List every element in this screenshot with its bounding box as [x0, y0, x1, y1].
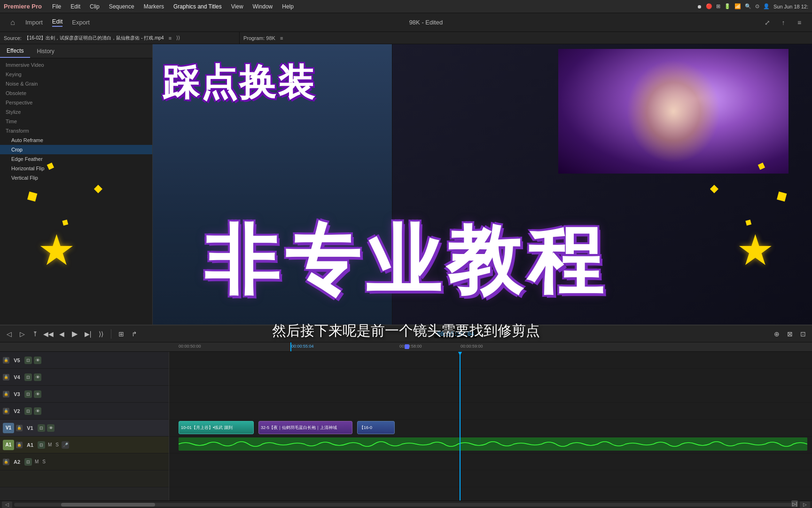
- search-menu-icon[interactable]: 🔍: [745, 3, 751, 9]
- system-icons: ⏺ 🔴 ⊞ 🔋 📶 🔍 ⊙ 👤 Sun Jun 18 12:: [697, 3, 808, 9]
- a2-lock[interactable]: 🔒: [3, 459, 9, 465]
- effect-auto-reframe[interactable]: Auto Reframe: [0, 135, 152, 145]
- menu-sequence[interactable]: Sequence: [104, 2, 139, 11]
- effect-noise[interactable]: Noise & Grain: [0, 79, 152, 88]
- tl-cursor[interactable]: ↱: [129, 329, 140, 339]
- tl-mark-out[interactable]: ▷: [17, 329, 27, 339]
- a2-s[interactable]: S: [41, 459, 47, 464]
- v4-sync[interactable]: ⊡: [24, 373, 32, 381]
- control-center-icon[interactable]: ⊙: [755, 3, 759, 9]
- v1-sync[interactable]: ⊡: [38, 424, 45, 432]
- v1-lock[interactable]: 🔒: [16, 425, 23, 431]
- share-icon: 🔴: [706, 3, 712, 9]
- v4-eye[interactable]: 👁: [34, 373, 41, 381]
- ruler-time-1: 00:00:50:00: [179, 344, 201, 349]
- effect-time[interactable]: Time: [0, 117, 152, 126]
- v3-sync[interactable]: ⊡: [24, 390, 32, 398]
- waveform-a1: [179, 437, 807, 451]
- menu-file[interactable]: File: [47, 2, 66, 11]
- scrollbar-track[interactable]: [14, 503, 798, 507]
- share-toolbar-icon[interactable]: ↑: [778, 17, 789, 28]
- a1-s[interactable]: S: [55, 442, 60, 447]
- home-icon[interactable]: ⌂: [8, 17, 18, 28]
- program-inset: [558, 49, 789, 174]
- source-file: 【16-02】出剑，试探彦彦证明自己的清白，鼠仙救彦佑 - 打戏.mp4: [24, 35, 164, 41]
- maximize-icon[interactable]: ⤢: [762, 17, 773, 28]
- v5-lock[interactable]: 🔒: [3, 357, 9, 364]
- clip-label-3: 【16-0: [359, 425, 372, 431]
- a1-target[interactable]: A1: [3, 440, 14, 450]
- a2-m[interactable]: M: [34, 459, 39, 464]
- effects-tab[interactable]: Effects: [0, 44, 30, 58]
- menu-edit[interactable]: Edit: [66, 2, 85, 11]
- clip-v1-2[interactable]: 32-5【夜｜仙鹤羽毛蓝白长袍｜上清神域: [258, 421, 352, 434]
- scrollbar-thumb[interactable]: [61, 503, 155, 507]
- zoom-end-btn[interactable]: ▷|: [791, 500, 798, 507]
- panel-tabs: Effects History: [0, 44, 152, 58]
- v2-lock[interactable]: 🔒: [3, 408, 9, 414]
- effect-obsolete[interactable]: Obsolete: [0, 88, 152, 98]
- v1-eye[interactable]: 👁: [47, 424, 55, 432]
- v5-eye[interactable]: 👁: [34, 357, 41, 364]
- character-glow: [626, 60, 720, 163]
- tl-play[interactable]: ▶: [70, 329, 80, 339]
- tl-back1[interactable]: ◀: [56, 329, 67, 339]
- scroll-left-btn[interactable]: ◁: [2, 501, 12, 508]
- source-expand-icon[interactable]: ⟩⟩: [176, 35, 180, 41]
- menu-graphics[interactable]: Graphics and Titles: [169, 2, 226, 11]
- toolbar-right: ⤢ ↑ ≡: [762, 17, 804, 28]
- track-clip-area[interactable]: 10-01【月上谷】•练武 踢到 32-5【夜｜仙鹤羽毛蓝白长袍｜上清神域 【1…: [169, 352, 812, 500]
- v4-lock[interactable]: 🔒: [3, 374, 9, 381]
- menu-clip[interactable]: Clip: [85, 2, 104, 11]
- tl-lift[interactable]: ⤒: [30, 329, 40, 339]
- timeline-scrollbar[interactable]: ◁ ▷ ▷|: [0, 500, 812, 508]
- tl-back-frame[interactable]: ◀◀: [43, 329, 54, 339]
- menu-toolbar-icon[interactable]: ≡: [794, 17, 804, 28]
- clip-v1-3[interactable]: 【16-0: [357, 421, 395, 434]
- effect-immersive[interactable]: Immersive Video: [0, 60, 152, 70]
- tl-adjust[interactable]: ⊠: [785, 329, 795, 339]
- effect-v-flip[interactable]: Vertical Flip: [0, 173, 152, 183]
- tl-timecode: 00:00:55:04: [434, 330, 477, 338]
- source-settings-icon[interactable]: ≡: [169, 35, 172, 41]
- effect-stylize[interactable]: Stylize: [0, 107, 152, 117]
- v3-eye[interactable]: 👁: [34, 390, 41, 398]
- menu-window[interactable]: Window: [248, 2, 278, 11]
- effect-crop[interactable]: Crop: [0, 145, 152, 154]
- tl-next[interactable]: ▶|: [83, 329, 93, 339]
- track-row-v5: [169, 352, 812, 369]
- effect-keying[interactable]: Keying: [0, 70, 152, 79]
- audio-clip-a1[interactable]: [179, 437, 807, 451]
- a1-sync[interactable]: ⊡: [38, 441, 45, 449]
- tl-forward[interactable]: ⟩⟩: [96, 329, 106, 339]
- tl-insert[interactable]: ⊞: [116, 329, 126, 339]
- history-tab[interactable]: History: [30, 44, 61, 58]
- program-settings-icon[interactable]: ≡: [280, 35, 283, 41]
- clip-v1-1[interactable]: 10-01【月上谷】•练武 踢到: [179, 421, 254, 434]
- import-tab[interactable]: Import: [25, 19, 43, 26]
- tl-mark-in[interactable]: ◁: [4, 329, 14, 339]
- effect-edge-feather[interactable]: Edge Feather: [0, 154, 152, 164]
- v3-lock[interactable]: 🔒: [3, 391, 9, 397]
- v2-eye[interactable]: 👁: [34, 407, 41, 415]
- edit-tab[interactable]: Edit: [52, 18, 62, 27]
- a1-m[interactable]: M: [47, 442, 53, 447]
- tl-close[interactable]: ⊡: [798, 329, 808, 339]
- scroll-right-btn[interactable]: ▷: [800, 501, 810, 508]
- a1-lock[interactable]: 🔒: [16, 442, 23, 448]
- export-tab[interactable]: Export: [72, 19, 90, 26]
- a2-label: A2: [11, 459, 23, 465]
- menu-view[interactable]: View: [226, 2, 248, 11]
- effect-perspective[interactable]: Perspective: [0, 98, 152, 107]
- v5-sync[interactable]: ⊡: [24, 357, 32, 364]
- tl-sequence-settings[interactable]: ⊕: [772, 329, 782, 339]
- timeline-ruler: 00:00:50:00 00:00:55:04 00:00:58:00 00:0…: [0, 342, 812, 352]
- effect-h-flip[interactable]: Horizontal Flip: [0, 164, 152, 173]
- menu-help[interactable]: Help: [277, 2, 298, 11]
- menu-markers[interactable]: Markers: [139, 2, 169, 11]
- a1-mic[interactable]: 🎤: [62, 441, 69, 449]
- effect-transform[interactable]: Transform: [0, 126, 152, 135]
- a2-sync[interactable]: ⊡: [24, 458, 32, 466]
- v1-target[interactable]: V1: [3, 423, 14, 433]
- v2-sync[interactable]: ⊡: [24, 407, 32, 415]
